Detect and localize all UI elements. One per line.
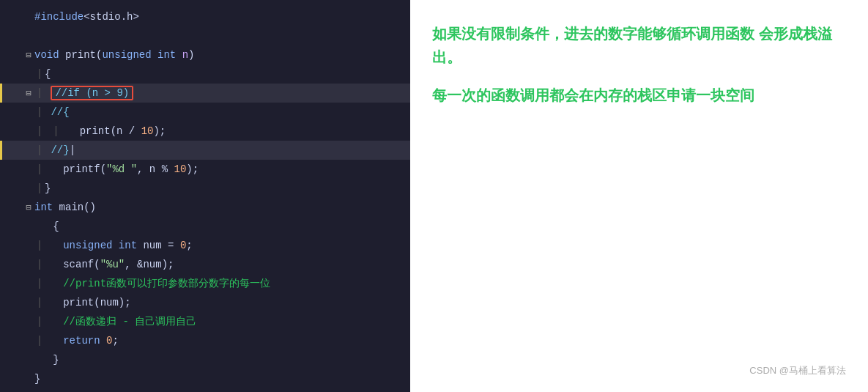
- code-line: [0, 26, 410, 45]
- code-line: {: [0, 217, 410, 236]
- code-line: | print(num);: [0, 293, 410, 312]
- code-line: }: [0, 350, 410, 369]
- code-line: | return 0;: [0, 331, 410, 350]
- code-line: |}: [0, 179, 410, 198]
- code-panel: #include<stdio.h> ⊟ void print(unsigned …: [0, 0, 410, 392]
- code-line-dim: | //}|: [0, 141, 410, 160]
- code-line-highlighted: ⊟ | //if (n > 9): [0, 84, 410, 103]
- watermark: CSDN @马桶上看算法: [749, 364, 846, 377]
- code-line: | //{: [0, 103, 410, 122]
- code-line: | unsigned int num = 0;: [0, 236, 410, 255]
- code-line: | | print(n / 10);: [0, 122, 410, 141]
- code-line: |{: [0, 64, 410, 84]
- code-line: | //函数递归 - 自己调用自己: [0, 312, 410, 331]
- fold-button: ⊟: [23, 88, 34, 99]
- code-line: | //print函数可以打印参数部分数字的每一位: [0, 274, 410, 293]
- code-line: ⊟ void print(unsigned int n): [0, 45, 410, 64]
- fold-button: ⊟: [23, 50, 34, 61]
- code-line: #include<stdio.h>: [0, 7, 410, 26]
- code-line: }: [0, 369, 410, 388]
- code-line: | scanf("%u", &num);: [0, 255, 410, 274]
- explain-text-1: 如果没有限制条件，进去的数字能够循环调用函数 会形成栈溢出。: [432, 22, 846, 69]
- fold-button: ⊟: [23, 202, 34, 213]
- explain-panel: 如果没有限制条件，进去的数字能够循环调用函数 会形成栈溢出。 每一次的函数调用都…: [410, 0, 868, 392]
- code-line: ⊟ int main(): [0, 198, 410, 217]
- code-line: | printf("%d ", n % 10);: [0, 160, 410, 179]
- explain-text-2: 每一次的函数调用都会在内存的栈区申请一块空间: [432, 84, 846, 107]
